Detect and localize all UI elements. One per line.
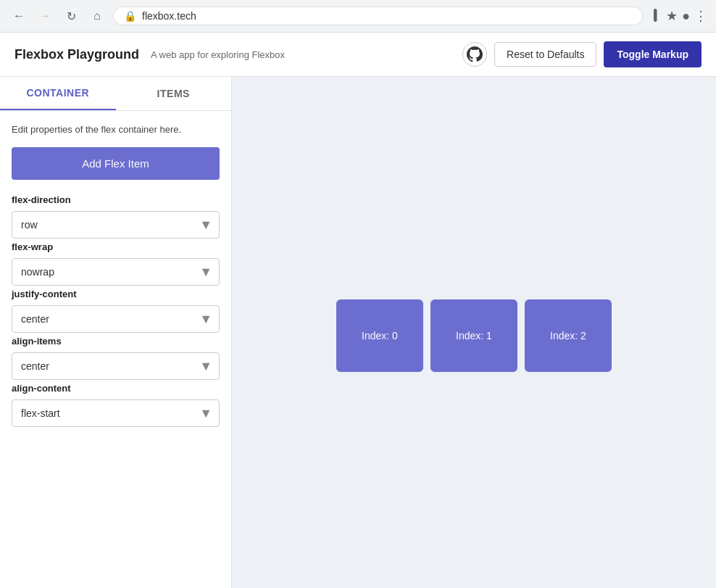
align-content-property: align-content flex-start flex-end center…: [12, 383, 220, 427]
flex-container-preview: Index: 0Index: 1Index: 2: [232, 77, 716, 588]
github-icon: [467, 46, 483, 62]
home-button[interactable]: ⌂: [87, 6, 107, 26]
align-items-select[interactable]: flex-start flex-end center baseline stre…: [12, 352, 220, 380]
flex-wrap-label: flex-wrap: [12, 241, 220, 252]
cast-icon[interactable]: ⏽: [649, 9, 662, 24]
align-items-select-wrapper: flex-start flex-end center baseline stre…: [12, 352, 220, 380]
header-actions: Reset to Defaults Toggle Markup: [462, 41, 702, 67]
address-bar[interactable]: 🔒 flexbox.tech: [113, 7, 643, 25]
align-content-label: align-content: [12, 383, 220, 394]
justify-content-select-wrapper: flex-start flex-end center space-between…: [12, 305, 220, 333]
tab-items[interactable]: ITEMS: [116, 77, 232, 110]
sidebar: CONTAINER ITEMS Edit properties of the f…: [0, 77, 232, 588]
app-title: Flexbox Playground: [14, 47, 139, 62]
menu-icon[interactable]: ⋮: [694, 8, 707, 24]
profile-icon[interactable]: ●: [682, 9, 690, 24]
flex-direction-property: flex-direction row row-reverse column co…: [12, 194, 220, 239]
reset-defaults-button[interactable]: Reset to Defaults: [494, 42, 596, 67]
lock-icon: 🔒: [124, 10, 136, 22]
browser-toolbar: ⏽ ★ ● ⋮: [649, 8, 707, 24]
flex-direction-select[interactable]: row row-reverse column column-reverse: [12, 211, 220, 239]
flex-wrap-property: flex-wrap nowrap wrap wrap-reverse ▼: [12, 241, 220, 286]
align-items-label: align-items: [12, 336, 220, 347]
sidebar-content: Edit properties of the flex container he…: [0, 111, 231, 442]
tab-container[interactable]: CONTAINER: [0, 77, 116, 110]
toggle-markup-button[interactable]: Toggle Markup: [604, 41, 702, 67]
align-content-select[interactable]: flex-start flex-end center space-between…: [12, 399, 220, 427]
bookmark-icon[interactable]: ★: [666, 8, 678, 24]
flex-direction-select-wrapper: row row-reverse column column-reverse ▼: [12, 211, 220, 239]
flex-item: Index: 2: [525, 299, 612, 372]
justify-content-property: justify-content flex-start flex-end cent…: [12, 289, 220, 333]
flex-item: Index: 1: [430, 299, 517, 372]
url-text: flexbox.tech: [142, 10, 196, 22]
browser-chrome: ← → ↻ ⌂ 🔒 flexbox.tech ⏽ ★ ● ⋮: [0, 0, 716, 33]
reload-button[interactable]: ↻: [61, 6, 81, 26]
flex-wrap-select[interactable]: nowrap wrap wrap-reverse: [12, 258, 220, 286]
justify-content-label: justify-content: [12, 289, 220, 299]
align-content-select-wrapper: flex-start flex-end center space-between…: [12, 399, 220, 427]
github-button[interactable]: [462, 42, 487, 67]
flex-wrap-select-wrapper: nowrap wrap wrap-reverse ▼: [12, 258, 220, 286]
justify-content-select[interactable]: flex-start flex-end center space-between…: [12, 305, 220, 333]
main-layout: CONTAINER ITEMS Edit properties of the f…: [0, 77, 716, 588]
add-flex-item-button[interactable]: Add Flex Item: [12, 147, 220, 180]
align-items-property: align-items flex-start flex-end center b…: [12, 336, 220, 380]
preview-area: Index: 0Index: 1Index: 2: [232, 77, 716, 588]
flex-item: Index: 0: [336, 299, 423, 372]
back-button[interactable]: ←: [9, 6, 29, 26]
edit-description: Edit properties of the flex container he…: [12, 123, 220, 137]
app-subtitle: A web app for exploring Flexbox: [151, 49, 285, 60]
forward-button[interactable]: →: [35, 6, 55, 26]
tabs: CONTAINER ITEMS: [0, 77, 231, 111]
flex-direction-label: flex-direction: [12, 194, 220, 205]
app-header: Flexbox Playground A web app for explori…: [0, 33, 716, 77]
